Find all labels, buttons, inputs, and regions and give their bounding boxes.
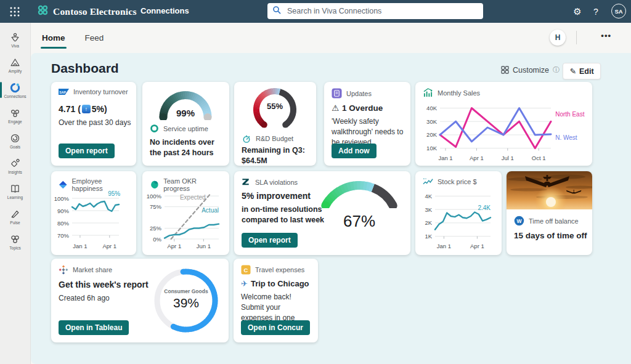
sidebar-item-viva[interactable]: Viva	[0, 27, 31, 52]
svg-text:Apr 1: Apr 1	[167, 243, 181, 249]
svg-text:4K: 4K	[425, 193, 432, 200]
app-title: Connections	[140, 6, 189, 15]
engage-icon	[9, 107, 21, 119]
page-title: Dashboard	[51, 61, 119, 76]
rd-gauge-value: 55%	[246, 102, 303, 111]
app-launcher-icon[interactable]	[9, 6, 21, 18]
travel-headline: ✈ Trip to Chicago	[241, 279, 309, 288]
card-market-share[interactable]: Market share Get this week's report Crea…	[51, 259, 229, 342]
svg-text:Expected: Expected	[180, 194, 206, 201]
amplify-icon	[9, 57, 21, 68]
pencil-icon: ✎	[569, 67, 576, 76]
inventory-subtitle: Over the past 30 days	[59, 118, 131, 128]
svg-text:40K: 40K	[426, 105, 438, 111]
sidebar-item-amplify[interactable]: Amplify	[0, 52, 31, 77]
card-rd-budget[interactable]: 55% R&D Budget Remaining in Q3: $64.5M	[234, 82, 316, 166]
search-box[interactable]	[267, 3, 483, 19]
sidebar-item-engage[interactable]: Engage	[0, 103, 31, 127]
card-inventory-turnover[interactable]: SAP Inventory turnover 4.71 ( ↑ 5%) Over…	[51, 82, 136, 166]
sidebar: Viva Amplify Connections Engage Goa	[0, 23, 31, 364]
svg-text:C: C	[244, 267, 248, 273]
sidebar-item-learning[interactable]: Learning	[0, 179, 31, 203]
sidebar-item-insights[interactable]: Insights	[0, 153, 31, 178]
tab-feed[interactable]: Feed	[84, 31, 105, 45]
avatar[interactable]: SA	[611, 4, 626, 18]
open-in-concur-button[interactable]: Open in Concur	[241, 320, 310, 335]
workday-icon: W	[514, 216, 524, 226]
svg-text:3K: 3K	[425, 206, 432, 213]
svg-text:100%: 100%	[147, 193, 162, 200]
updates-message: 'Weekly safety walkthrough' needs to be …	[332, 116, 404, 147]
svg-text:Apr 1: Apr 1	[102, 243, 116, 249]
info-icon: ⓘ	[553, 65, 560, 75]
svg-text:1K: 1K	[425, 233, 432, 240]
rd-message: Remaining in Q3: $64.5M	[242, 145, 309, 166]
okr-progress-chart: 100%75%25%0%Apr 1Jun 1ExpectedActual	[146, 188, 226, 250]
svg-text:Apr 1: Apr 1	[470, 243, 484, 249]
card-title: R&D Budget	[256, 135, 293, 142]
settings-gear-icon[interactable]: ⚙	[568, 0, 587, 23]
airplane-icon: ✈	[241, 279, 248, 288]
card-employee-happiness[interactable]: Employee happiness 100%90%80%70%Jan 1Apr…	[51, 171, 136, 255]
search-icon	[272, 6, 281, 17]
search-input[interactable]	[286, 6, 478, 16]
card-stock-price[interactable]: Stock price $ 4K3K2K1KJan 1Apr 12.4K	[415, 171, 502, 255]
card-title: Inventory turnover	[73, 88, 128, 95]
card-updates[interactable]: Updates ⚠ 1 Overdue 'Weekly safety walkt…	[324, 82, 410, 166]
svg-text:2K: 2K	[425, 219, 432, 226]
warning-icon: ⚠	[332, 103, 339, 113]
svg-text:2.4K: 2.4K	[478, 204, 491, 211]
donut-center-label: Consumer Goods 39%	[158, 288, 214, 310]
svg-text:Jan 1: Jan 1	[437, 243, 451, 249]
sidebar-item-connections[interactable]: Connections	[0, 78, 31, 102]
svg-text:Actual: Actual	[202, 207, 219, 214]
sidebar-item-topics[interactable]: Topics	[0, 229, 31, 254]
add-now-button[interactable]: Add now	[332, 144, 377, 158]
concur-icon: C	[241, 265, 251, 275]
main-area: Home Feed H ••• Dashboard Customize ⓘ ✎ …	[31, 23, 631, 364]
sidebar-item-pulse[interactable]: Pulse	[0, 204, 31, 229]
divider	[576, 31, 577, 44]
card-time-off-balance[interactable]: W Time off balance 15 days of time off	[507, 171, 592, 255]
insights-icon	[9, 158, 21, 169]
tab-home[interactable]: Home	[41, 31, 67, 45]
card-monthly-sales[interactable]: Monthly Sales 40K30K20K10KJan 1Apr 1Jul …	[415, 82, 592, 166]
customize-button[interactable]: Customize ⓘ	[501, 65, 560, 75]
tableau-icon	[59, 265, 68, 275]
svg-text:Jan 1: Jan 1	[438, 155, 452, 161]
card-title: Service uptime	[163, 125, 208, 132]
pulse-icon	[9, 208, 21, 220]
edit-button[interactable]: ✎ Edit	[563, 63, 601, 79]
svg-text:20K: 20K	[426, 131, 438, 138]
more-options-icon[interactable]: •••	[601, 31, 611, 40]
help-icon[interactable]: ?	[587, 0, 605, 23]
uptime-ring-icon	[150, 124, 159, 133]
goals-icon	[9, 132, 21, 144]
top-bar: Contoso Electronics Connections ⚙ ? SA	[0, 0, 631, 23]
sidebar-item-goals[interactable]: Goals	[0, 128, 31, 153]
employee-happiness-chart: 100%90%80%70%Jan 1Apr 195%	[54, 188, 134, 250]
card-travel-expenses[interactable]: C Travel expenses ✈ Trip to Chicago Welc…	[234, 259, 318, 342]
open-report-button[interactable]: Open report	[242, 233, 298, 248]
inventory-value: 4.71 ( ↑ 5%)	[59, 104, 107, 114]
overdue-alert: ⚠ 1 Overdue	[332, 103, 383, 113]
updates-icon	[332, 88, 342, 99]
card-title: Stock price $	[438, 178, 477, 185]
h-badge[interactable]: H	[550, 30, 566, 46]
card-service-uptime[interactable]: 99% Service uptime No incidents over the…	[142, 82, 229, 166]
learning-icon	[9, 183, 21, 195]
tab-row: Home Feed H •••	[31, 23, 631, 53]
svg-text:N. West: N. West	[555, 134, 577, 141]
card-sla-violations[interactable]: SLA violations 5% improvement in on-time…	[234, 171, 410, 255]
brand-name: Contoso Electronics	[53, 6, 137, 17]
svg-text:0%: 0%	[153, 236, 161, 243]
svg-text:100%: 100%	[54, 195, 70, 202]
svg-text:70%: 70%	[57, 232, 70, 239]
open-report-button[interactable]: Open report	[59, 144, 115, 158]
svg-text:95%: 95%	[108, 190, 120, 197]
contoso-logo-icon	[37, 4, 49, 18]
svg-text:W: W	[516, 218, 522, 224]
brand[interactable]: Contoso Electronics	[37, 0, 137, 23]
open-in-tableau-button[interactable]: Open in Tableau	[59, 320, 129, 335]
card-team-okr-progress[interactable]: Team OKR progress 100%75%25%0%Apr 1Jun 1…	[142, 171, 229, 255]
